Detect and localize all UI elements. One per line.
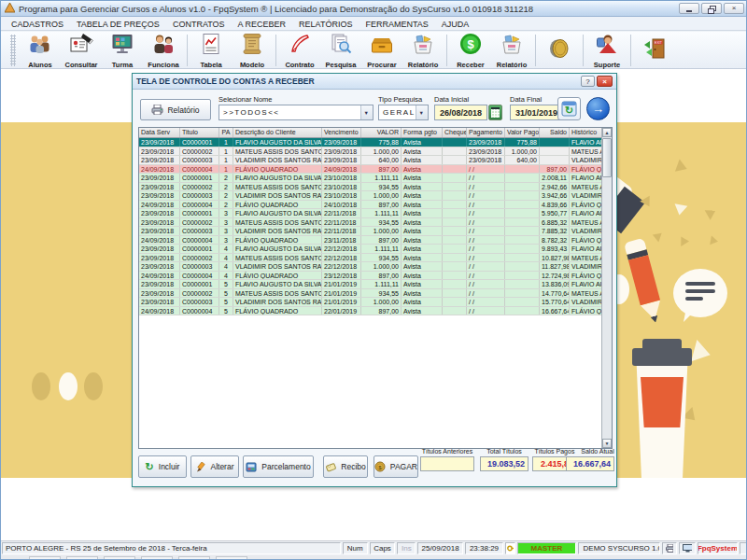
dialog-help-button[interactable]: ? xyxy=(581,76,595,87)
date-start-field[interactable]: 26/08/2018 xyxy=(434,105,487,120)
table-row[interactable]: 23/09/2018C00000022MATEUS ASSIS DOS SANT… xyxy=(139,183,601,192)
column-header-7[interactable]: Cheque xyxy=(443,128,467,137)
cell: Avista xyxy=(402,245,443,253)
suporte-toolbar-button[interactable]: Suporte xyxy=(586,33,627,68)
report-button[interactable]: Relatório xyxy=(140,99,211,120)
table-row[interactable]: 23/09/2018C00000025MATEUS ASSIS DOS SANT… xyxy=(139,289,601,299)
taskbar-item[interactable] xyxy=(29,556,61,560)
table-row[interactable]: 24/09/2018C00000045FLÁVIO QUADRADO22/01/… xyxy=(139,307,601,316)
cell: FLÁVIO QUAD xyxy=(570,201,601,209)
column-header-11[interactable]: Histórico xyxy=(570,128,601,137)
receber-toolbar-button[interactable]: $Receber xyxy=(450,33,491,68)
procurar-toolbar-button[interactable]: Procurar xyxy=(361,33,402,68)
table-row[interactable]: 23/09/2018C00000015FLAVIO AUGUSTO DA SIL… xyxy=(139,280,601,289)
taskbar-item[interactable] xyxy=(216,556,247,560)
column-header-8[interactable]: Pagamento xyxy=(467,128,505,137)
table-row[interactable]: 23/09/2018C00000014FLAVIO AUGUSTO DA SIL… xyxy=(139,245,601,254)
table-row[interactable]: 23/09/2018C00000031VLADIMIR DOS SANTOS R… xyxy=(139,156,601,165)
modelo-toolbar-button[interactable]: Modelo xyxy=(232,33,273,68)
printer-icon[interactable] xyxy=(662,542,677,554)
cell xyxy=(443,280,467,288)
cell xyxy=(505,201,540,209)
tabela-toolbar-button[interactable]: Tabela xyxy=(190,33,232,68)
grid-vscrollbar[interactable]: ▲ ▼ xyxy=(601,128,612,448)
menu-item-ajuda[interactable]: AJUDA xyxy=(435,20,476,29)
chevron-down-icon[interactable]: ▼ xyxy=(416,105,428,119)
menu-item-tabela-de-pre-os[interactable]: TABELA DE PREÇOS xyxy=(70,20,166,29)
column-header-5[interactable]: VALOR xyxy=(361,128,402,137)
pagar-button[interactable]: $ PAGAR xyxy=(374,455,418,478)
table-row[interactable]: 23/09/2018C00000013FLAVIO AUGUSTO DA SIL… xyxy=(139,209,601,218)
scroll-down-icon[interactable]: ▼ xyxy=(602,439,612,448)
close-button[interactable]: × xyxy=(724,3,744,14)
calendar-icon[interactable] xyxy=(488,105,502,120)
monitor-icon[interactable] xyxy=(679,542,696,554)
cell: VLADIMIR DOS SANTOS RAU xyxy=(233,191,322,200)
cell: Avista xyxy=(402,289,443,298)
cell: C0000001 xyxy=(180,138,219,147)
restore-button[interactable] xyxy=(701,3,722,14)
table-row[interactable]: 23/09/2018C00000034VLADIMIR DOS SANTOS R… xyxy=(139,262,601,272)
go-next-button[interactable]: → xyxy=(586,97,610,120)
parcelamento-button[interactable]: Parcelamento xyxy=(243,455,314,478)
table-row[interactable]: 23/09/2018C00000033VLADIMIR DOS SANTOS R… xyxy=(139,227,601,236)
taskbar-item[interactable] xyxy=(178,556,210,560)
table-row[interactable]: 24/09/2018C00000041FLÁVIO QUADRADO24/09/… xyxy=(139,165,601,175)
cell: 775,88 xyxy=(505,138,540,147)
menu-item-cadastros[interactable]: CADASTROS xyxy=(5,20,70,29)
scroll-up-icon[interactable]: ▲ xyxy=(602,128,612,137)
minimize-button[interactable] xyxy=(679,3,699,14)
menu-item-a-receber[interactable]: A RECEBER xyxy=(232,20,293,29)
receive-dollar-icon: $ xyxy=(458,32,483,60)
contrato-toolbar-button[interactable]: Contrato xyxy=(279,33,320,68)
table-row[interactable]: 24/09/2018C00000042FLÁVIO QUADRADO24/10/… xyxy=(139,201,601,210)
toolbar-separator xyxy=(187,35,188,66)
consult-card-icon xyxy=(69,32,93,60)
column-header-4[interactable]: Vencimento xyxy=(322,128,361,137)
incluir-button[interactable]: ↻ Incluir xyxy=(138,455,187,478)
menu-item-contratos[interactable]: CONTRATOS xyxy=(166,20,232,29)
consultar-toolbar-button[interactable]: Consultar xyxy=(61,33,102,68)
column-header-6[interactable]: Forma pgto xyxy=(402,128,443,137)
table-row[interactable]: 24/09/2018C00000043FLÁVIO QUADRADO23/11/… xyxy=(139,236,601,245)
alterar-button[interactable]: Alterar xyxy=(190,455,239,478)
relat-rio-toolbar-button[interactable]: Relatório xyxy=(491,33,532,68)
taskbar-item[interactable] xyxy=(141,556,173,560)
table-row[interactable]: 23/09/2018C00000032VLADIMIR DOS SANTOS R… xyxy=(139,191,601,201)
table-row[interactable]: 23/09/2018C00000023MATEUS ASSIS DOS SANT… xyxy=(139,218,601,228)
recibo-button[interactable]: Recibo xyxy=(323,455,368,478)
exit-door-toolbar-button[interactable]: EXIT xyxy=(634,33,675,68)
menu-item-relat-rios[interactable]: RELATÓRIOS xyxy=(292,20,359,29)
select-name-combo[interactable]: >>TODOS<< ▼ xyxy=(218,105,374,120)
date-end-field[interactable]: 31/01/2019 xyxy=(510,105,563,120)
coin-toolbar-button[interactable] xyxy=(539,33,580,68)
dialog-close-button[interactable]: × xyxy=(597,76,613,87)
table-row[interactable]: 23/09/2018C00000012FLAVIO AUGUSTO DA SIL… xyxy=(139,174,601,183)
alunos-toolbar-button[interactable]: Alunos xyxy=(20,33,61,68)
relat-rio-toolbar-button[interactable]: Relatório xyxy=(402,33,444,68)
taskbar-item[interactable] xyxy=(66,556,98,560)
table-row[interactable]: 24/09/2018C00000044FLÁVIO QUADRADO23/12/… xyxy=(139,272,601,281)
menu-item-ferramentas[interactable]: FERRAMENTAS xyxy=(359,20,434,29)
scroll-thumb[interactable] xyxy=(602,138,612,177)
column-header-3[interactable]: Descrição do Cliente xyxy=(233,128,322,137)
table-row[interactable]: 23/09/2018C00000035VLADIMIR DOS SANTOS R… xyxy=(139,298,601,307)
cell: FLAVIO AUGUSTO DA SILVA xyxy=(233,174,322,182)
refresh-button[interactable]: ↻ xyxy=(557,97,581,120)
column-header-0[interactable]: Data Serv xyxy=(139,128,180,137)
chevron-down-icon[interactable]: ▼ xyxy=(360,105,373,119)
column-header-9[interactable]: Valor Pago xyxy=(505,128,540,137)
cell: 23/09/2018 xyxy=(467,138,505,147)
taskbar-item[interactable] xyxy=(104,556,135,560)
pesquisa-toolbar-button[interactable]: Pesquisa xyxy=(320,33,361,68)
turma-toolbar-button[interactable]: Turma xyxy=(102,33,143,68)
column-header-1[interactable]: Titulo xyxy=(180,128,219,137)
table-row[interactable]: 23/09/2018C00000011FLAVIO AUGUSTO DA SIL… xyxy=(139,138,601,147)
table-row[interactable]: 23/09/2018C00000021MATEUS ASSIS DOS SANT… xyxy=(139,147,601,157)
table-row[interactable]: 23/09/2018C00000024MATEUS ASSIS DOS SANT… xyxy=(139,254,601,263)
funciona-toolbar-button[interactable]: Funciona xyxy=(143,33,184,68)
column-header-2[interactable]: PA xyxy=(219,128,233,137)
column-header-10[interactable]: Saldo xyxy=(540,128,570,137)
dialog-titlebar[interactable]: TELA DE CONTROLE DO CONTAS A RECEBER ? × xyxy=(133,74,616,90)
search-type-combo[interactable]: GERAL ▼ xyxy=(378,105,429,120)
